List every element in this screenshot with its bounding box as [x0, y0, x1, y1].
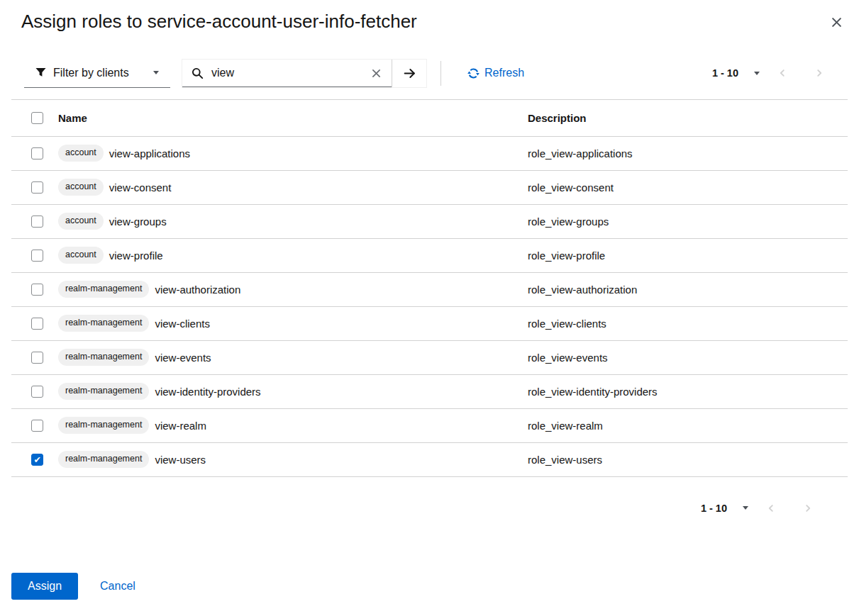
role-table-body: account view-applications role_view-appl… [11, 136, 848, 476]
table-row: realm-management view-events role_view-e… [11, 340, 848, 374]
column-header-description: Description [528, 99, 848, 136]
role-name: view-groups [109, 215, 167, 228]
toolbar: Filter by clients [24, 59, 848, 88]
row-checkbox[interactable] [31, 318, 43, 330]
search-input[interactable] [210, 66, 355, 80]
page-title: Assign roles to service-account-user-inf… [21, 10, 838, 33]
row-checkbox[interactable] [31, 386, 43, 398]
search-submit-button[interactable] [392, 60, 426, 87]
client-badge: account [58, 179, 104, 196]
role-name: view-realm [155, 420, 206, 432]
pagination-range: 1 - 10 [701, 503, 727, 514]
table-row: realm-management view-authorization role… [11, 272, 848, 306]
role-name: view-users [155, 454, 206, 466]
row-checkbox[interactable] [31, 420, 43, 432]
row-checkbox[interactable] [31, 181, 43, 194]
filter-dropdown-label: Filter by clients [53, 67, 129, 79]
previous-page-button[interactable] [764, 62, 801, 84]
close-button[interactable] [826, 11, 848, 33]
role-description: role_view-applications [528, 136, 848, 170]
pagination-range-toggle[interactable]: 1 - 10 [708, 62, 764, 84]
modal-actions: Assign Cancel [11, 573, 135, 600]
client-badge: account [58, 213, 104, 230]
client-badge: realm-management [58, 383, 149, 400]
role-description: role_view-groups [528, 204, 848, 238]
role-description: role_view-clients [528, 306, 848, 340]
row-checkbox[interactable] [31, 250, 43, 262]
pagination-range-toggle[interactable]: 1 - 10 [697, 497, 753, 520]
chevron-left-icon [777, 69, 787, 80]
column-header-name: Name [58, 99, 528, 136]
caret-down-icon [153, 71, 159, 74]
chevron-right-icon [814, 69, 824, 80]
row-checkbox[interactable] [31, 215, 43, 228]
refresh-label: Refresh [484, 67, 524, 79]
client-badge: realm-management [58, 281, 149, 298]
refresh-icon [467, 67, 480, 79]
select-all-checkbox[interactable] [31, 112, 43, 124]
role-name: view-profile [109, 250, 163, 262]
role-description: role_view-events [528, 340, 848, 374]
role-name: view-clients [155, 318, 210, 330]
table-row: account view-profile role_view-profile [11, 238, 848, 272]
role-description: role_view-realm [528, 408, 848, 442]
client-badge: account [58, 247, 104, 264]
caret-down-icon [743, 506, 748, 510]
pagination-range: 1 - 10 [712, 67, 738, 79]
search-icon [192, 67, 204, 79]
role-description: role_view-consent [528, 170, 848, 204]
row-checkbox[interactable] [31, 284, 43, 296]
row-checkbox[interactable] [31, 454, 43, 466]
client-badge: realm-management [58, 451, 149, 468]
clear-icon [372, 69, 381, 78]
table-row: account view-applications role_view-appl… [11, 136, 848, 170]
role-name: view-applications [109, 147, 190, 159]
filter-dropdown[interactable]: Filter by clients [24, 59, 170, 88]
next-page-button[interactable] [801, 62, 838, 84]
row-checkbox[interactable] [31, 147, 43, 159]
arrow-right-icon [403, 67, 416, 79]
clear-search-button[interactable] [361, 69, 392, 78]
table-row: realm-management view-clients role_view-… [11, 306, 848, 340]
previous-page-button[interactable] [753, 498, 789, 519]
modal-header: Assign roles to service-account-user-inf… [0, 0, 859, 33]
table-header-row: Name Description [11, 99, 848, 136]
client-badge: account [58, 145, 104, 162]
next-page-button[interactable] [789, 498, 826, 519]
search-input-wrap [182, 60, 392, 87]
role-description: role_view-authorization [528, 272, 848, 306]
role-name: view-consent [109, 181, 172, 194]
table-row: realm-management view-identity-providers… [11, 374, 848, 408]
top-pagination: 1 - 10 [708, 59, 848, 88]
role-description: role_view-users [528, 442, 848, 476]
search-group [182, 59, 427, 88]
table-row: realm-management view-realm role_view-re… [11, 408, 848, 442]
bottom-pagination: 1 - 10 [0, 497, 859, 520]
table-row: account view-consent role_view-consent [11, 170, 848, 204]
filter-icon [35, 67, 46, 78]
refresh-button[interactable]: Refresh [467, 59, 524, 88]
cancel-button[interactable]: Cancel [100, 580, 135, 593]
role-name: view-identity-providers [155, 386, 260, 398]
role-description: role_view-identity-providers [528, 374, 848, 408]
row-checkbox[interactable] [31, 352, 43, 364]
assign-button[interactable]: Assign [11, 573, 78, 600]
chevron-right-icon [803, 505, 813, 515]
toolbar-divider [440, 61, 441, 86]
role-name: view-authorization [155, 284, 240, 296]
roles-table: Name Description account view-applicatio… [11, 99, 848, 477]
assign-roles-modal: Assign roles to service-account-user-inf… [0, 0, 859, 520]
table-row: account view-groups role_view-groups [11, 204, 848, 238]
caret-down-icon [754, 72, 760, 75]
table-row: realm-management view-users role_view-us… [11, 442, 848, 476]
client-badge: realm-management [58, 349, 149, 366]
role-description: role_view-profile [528, 238, 848, 272]
client-badge: realm-management [58, 417, 149, 434]
chevron-left-icon [766, 505, 776, 515]
close-icon [831, 19, 842, 30]
client-badge: realm-management [58, 315, 149, 332]
role-name: view-events [155, 352, 211, 364]
